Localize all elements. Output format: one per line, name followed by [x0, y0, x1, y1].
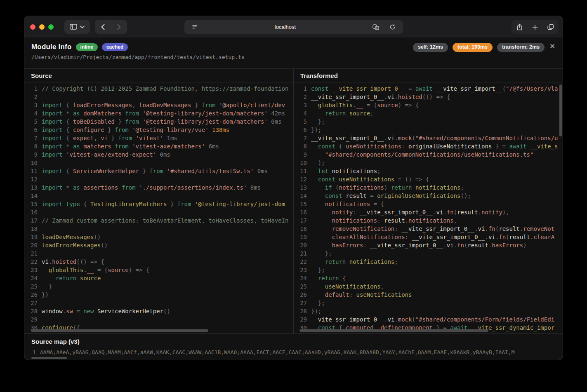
zoom-button[interactable] [48, 24, 54, 30]
line-content: import { expect, vi } from 'vitest' 1ms [38, 134, 293, 142]
line-content: import * as matchers from 'vitest-axe/ma… [38, 142, 293, 150]
line-content: // Copyright (C) 2012-2025 Zammad Founda… [38, 85, 293, 93]
sourcemap-horizontal-scrollbar[interactable] [31, 357, 67, 359]
code-token: vi [447, 242, 454, 249]
line-number: 2 [294, 93, 307, 101]
code-token: import [42, 168, 66, 174]
code-token: globalThis [49, 267, 83, 273]
line-content: return { [307, 274, 563, 282]
line-number: 28 [24, 307, 38, 315]
reload-icon[interactable] [387, 21, 399, 33]
close-button[interactable] [30, 24, 35, 30]
code-token: let [318, 168, 332, 174]
code-line: 12 [24, 175, 293, 183]
code-token: ) [384, 184, 391, 191]
code-token: ), [502, 209, 509, 216]
code-token: __vite_ssr_import_0__ [401, 225, 474, 232]
code-token: ; [377, 168, 380, 174]
line-number: 1 [294, 85, 307, 93]
code-token: fn [447, 209, 454, 216]
reader-icon[interactable] [189, 21, 201, 33]
address-bar[interactable]: localhost あ [184, 20, 403, 34]
plus-icon [532, 24, 538, 30]
code-token: import [42, 118, 66, 125]
transformed-vertical-scrollbar[interactable] [559, 85, 562, 136]
close-panel-button[interactable]: ✕ [548, 42, 557, 51]
code-token: ( [454, 209, 457, 216]
minimize-button[interactable] [39, 24, 45, 30]
code-line: 19loadDevMessages() [24, 233, 293, 241]
badge-inline: inline [76, 43, 98, 51]
code-token: expect [73, 135, 94, 141]
line-number: 13 [294, 183, 307, 192]
back-button[interactable] [95, 20, 111, 34]
line-content [38, 315, 293, 324]
code-token: (() => { [422, 94, 450, 100]
line-content: }; [307, 299, 563, 307]
transformed-horizontal-scrollbar[interactable] [299, 329, 488, 332]
code-token: ( [495, 225, 499, 232]
sourcemap-line: 1 AAMA;AAeA,yBAAG,QAAQ,MAAM;AACf,aAAW,KA… [28, 349, 563, 356]
forward-button[interactable] [111, 20, 127, 34]
source-pane: Source 1// Copyright (C) 2012-2025 Zamma… [24, 69, 294, 333]
code-line: 23 }; [294, 266, 563, 274]
code-line: 5 }; [294, 117, 563, 126]
line-content: ); [307, 159, 563, 167]
line-content: removeNotification: __vite_ssr_import_0_… [307, 225, 563, 233]
code-token: }) [42, 291, 49, 298]
tabs-icon [547, 24, 554, 30]
line-content: import * as domMatchers from '@testing-l… [38, 109, 293, 117]
code-token: { [339, 143, 346, 150]
line-number: 27 [294, 299, 307, 307]
code-token: result [346, 192, 367, 199]
line-number: 25 [294, 282, 307, 291]
line-content: }; [307, 117, 563, 126]
code-token: hasErrors [492, 242, 523, 249]
source-pane-title: Source [24, 69, 293, 82]
code-line: 22 return notifications; [294, 258, 563, 266]
code-panes: Source 1// Copyright (C) 2012-2025 Zamma… [24, 69, 563, 333]
code-token: . [454, 242, 457, 249]
translate-icon[interactable]: あ [370, 21, 382, 33]
code-token: notifications [339, 184, 384, 191]
share-button[interactable] [513, 21, 526, 33]
line-content: }; [307, 249, 563, 258]
line-content: }) [38, 291, 293, 299]
line-number: 15 [24, 200, 38, 208]
code-token: = [73, 308, 83, 315]
code-line: 28}); [294, 307, 563, 315]
sidebar-toggle-button[interactable] [64, 20, 90, 34]
code-token: notify [332, 209, 353, 216]
line-number: 20 [294, 241, 307, 249]
tabs-button[interactable] [545, 21, 557, 33]
code-token: clearA [534, 234, 555, 240]
module-link[interactable]: './support/assertions/index.ts' [139, 184, 247, 191]
code-token: fn [457, 242, 464, 249]
code-token: ( [506, 234, 509, 240]
line-content: const __vite_ssr_import_0__ = await __vi… [307, 85, 563, 93]
code-token: useNotifications [325, 283, 381, 290]
line-number: 20 [24, 241, 38, 249]
code-token: type [66, 201, 83, 207]
code-token: = () => { [394, 176, 429, 183]
code-token: . [443, 209, 446, 216]
line-number: 21 [24, 249, 38, 258]
back-icon [101, 24, 105, 30]
code-token: notify [481, 209, 502, 216]
code-token: loadDevMessages [42, 234, 94, 240]
code-token: '@testing-library/vue' [132, 127, 208, 133]
code-token: result [457, 209, 478, 216]
line-number: 9 [24, 150, 38, 159]
code-line: 6import { configure } from '@testing-lib… [24, 126, 293, 134]
code-token: result [384, 217, 405, 224]
code-token: __ [356, 102, 363, 108]
source-horizontal-scrollbar[interactable] [31, 329, 208, 332]
code-token: "#shared/components/CommonNotifications/… [415, 135, 558, 141]
code-token: : [394, 225, 401, 232]
line-number: 19 [294, 233, 307, 241]
code-token: globalThis [318, 102, 353, 108]
code-token: default [325, 291, 349, 298]
code-token: removeNot [523, 225, 554, 232]
code-token [311, 283, 325, 290]
new-tab-button[interactable] [529, 21, 541, 33]
